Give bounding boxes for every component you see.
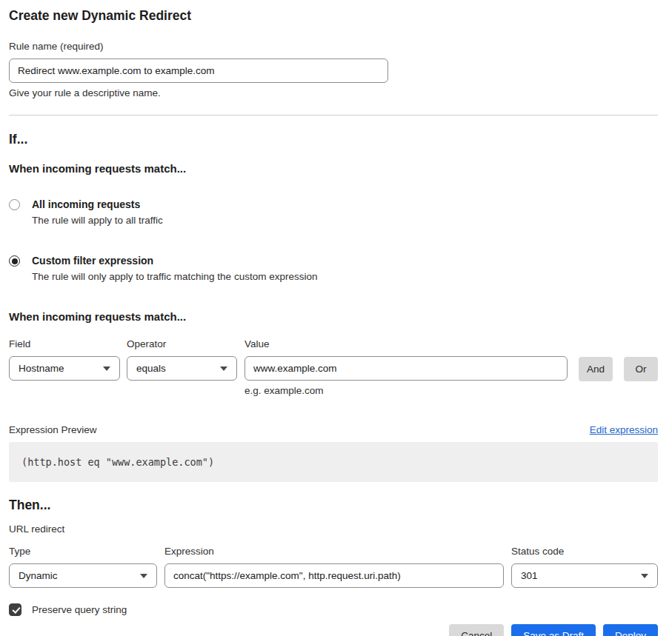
radio-button-all-incoming[interactable] [9, 199, 20, 210]
chevron-down-icon [140, 574, 147, 578]
preserve-query-label: Preserve query string [32, 604, 127, 615]
type-select-value: Dynamic [19, 570, 58, 581]
radio-option-custom-filter-expression[interactable]: Custom filter expression The rule will o… [9, 255, 658, 283]
expression-column: Expression [164, 546, 504, 588]
status-code-column: Status code 301 [511, 546, 658, 588]
chevron-down-icon [103, 366, 110, 371]
status-code-label: Status code [511, 546, 658, 558]
rule-name-section: Rule name (required) Give your rule a de… [9, 41, 658, 99]
redirect-config-row: Type Dynamic Expression Status code 301 [9, 546, 658, 588]
radio-option-text: Custom filter expression The rule will o… [32, 255, 317, 283]
preserve-query-checkbox[interactable] [9, 603, 21, 616]
expression-preview-code: (http.host eq "www.example.com") [9, 442, 658, 482]
type-select[interactable]: Dynamic [9, 563, 157, 588]
operator-label: Operator [127, 338, 237, 350]
expression-preview-header: Expression Preview Edit expression [9, 424, 658, 435]
operator-column: Operator equals [127, 338, 237, 397]
type-label: Type [9, 546, 157, 558]
field-select[interactable]: Hostname [9, 356, 120, 381]
rule-name-label: Rule name (required) [9, 41, 658, 53]
status-code-select[interactable]: 301 [511, 563, 658, 588]
edit-expression-link[interactable]: Edit expression [590, 424, 658, 435]
value-column: Value e.g. example.com [244, 338, 568, 397]
radio-option-label: Custom filter expression [32, 255, 317, 267]
radio-option-label: All incoming requests [32, 198, 163, 211]
field-column: Field Hostname [9, 338, 120, 397]
footer-actions: Cancel Save as Draft Deploy [9, 624, 658, 636]
chevron-down-icon [641, 574, 648, 578]
field-select-value: Hostname [19, 363, 64, 374]
radio-option-description: The rule will only apply to traffic matc… [32, 270, 317, 283]
status-code-select-value: 301 [521, 570, 538, 581]
deploy-button[interactable]: Deploy [603, 624, 658, 636]
create-redirect-form: Create new Dynamic Redirect Rule name (r… [0, 0, 672, 636]
and-button[interactable]: And [579, 357, 613, 381]
if-heading: If... [9, 132, 658, 147]
builder-match-heading: When incoming requests match... [9, 310, 658, 324]
field-label: Field [9, 338, 120, 350]
save-as-draft-button[interactable]: Save as Draft [511, 624, 596, 636]
operator-select[interactable]: equals [127, 356, 237, 381]
or-button[interactable]: Or [624, 357, 658, 381]
redirect-expression-input[interactable] [164, 563, 504, 588]
page-title: Create new Dynamic Redirect [9, 7, 658, 24]
radio-option-all-incoming-requests[interactable]: All incoming requests The rule will appl… [9, 198, 658, 227]
section-divider [9, 115, 658, 116]
then-heading: Then... [9, 498, 658, 512]
radio-button-custom-filter[interactable] [9, 255, 20, 267]
rule-name-input[interactable] [9, 58, 388, 83]
value-help: e.g. example.com [244, 385, 568, 397]
rule-name-help: Give your rule a descriptive name. [9, 87, 658, 99]
radio-option-description: The rule will apply to all traffic [32, 214, 163, 227]
operator-select-value: equals [136, 363, 166, 374]
value-input[interactable] [244, 356, 568, 381]
expression-preview-label: Expression Preview [9, 424, 97, 435]
radio-option-text: All incoming requests The rule will appl… [32, 198, 163, 227]
cancel-button[interactable]: Cancel [449, 624, 504, 636]
chevron-down-icon [220, 366, 227, 371]
connector-buttons: And Or [579, 338, 658, 397]
expression-label: Expression [164, 546, 504, 558]
value-label: Value [244, 338, 568, 350]
type-column: Type Dynamic [9, 546, 157, 588]
if-match-heading: When incoming requests match... [9, 162, 658, 175]
preserve-query-string-option[interactable]: Preserve query string [9, 603, 658, 616]
url-redirect-label: URL redirect [9, 523, 658, 535]
expression-builder-row: Field Hostname Operator equals Value e.g… [9, 338, 658, 397]
